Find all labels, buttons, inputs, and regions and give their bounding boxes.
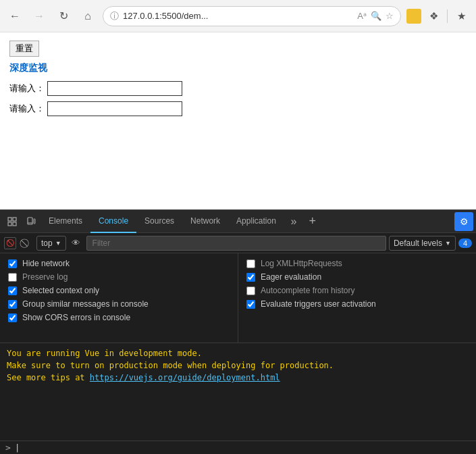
- chevron-down-icon: ▼: [55, 240, 61, 247]
- svg-rect-1: [13, 218, 16, 221]
- add-tab-button[interactable]: +: [303, 212, 322, 231]
- selected-context-label: Selected context only: [22, 286, 99, 295]
- group-similar-checkbox[interactable]: [8, 300, 17, 309]
- log-xmlhttp-checkbox[interactable]: [246, 259, 255, 268]
- favorites-button[interactable]: ★: [452, 7, 471, 26]
- forward-button[interactable]: →: [30, 7, 49, 26]
- hide-network-label: Hide network: [22, 259, 70, 268]
- font-size-icon: Aᵃ: [357, 11, 367, 21]
- console-cursor[interactable]: |: [15, 443, 20, 453]
- checkbox-group-similar: Group similar messages in console: [8, 299, 230, 309]
- tab-application[interactable]: Application: [228, 210, 284, 233]
- cors-errors-label: Show CORS errors in console: [22, 313, 130, 322]
- form-row-2: 请输入：: [9, 101, 467, 116]
- info-icon: ⓘ: [110, 10, 119, 22]
- context-selector[interactable]: top ▼: [36, 236, 66, 251]
- checkbox-cors-errors: Show CORS errors in console: [8, 313, 230, 322]
- extensions-button[interactable]: ❖: [424, 7, 443, 26]
- clear-console-button[interactable]: 🚫: [4, 237, 16, 249]
- tab-network[interactable]: Network: [182, 210, 228, 233]
- checkbox-autocomplete: Autocomplete from history: [246, 286, 468, 295]
- console-link[interactable]: https://vuejs.org/guide/deployment.html: [90, 373, 280, 382]
- form-label-2: 请输入：: [9, 103, 45, 115]
- checkbox-log-xmlhttp: Log XMLHttpRequests: [246, 259, 468, 268]
- autocomplete-label: Autocomplete from history: [261, 286, 354, 295]
- console-badge: 4: [458, 238, 472, 248]
- svg-rect-0: [8, 218, 11, 221]
- toggle-sidebar-button[interactable]: 👁: [69, 236, 84, 251]
- levels-dropdown[interactable]: Default levels ▼: [389, 236, 456, 251]
- console-toolbar: 🚫 ⃠ top ▼ 👁 Default levels ▼ 4: [0, 233, 476, 253]
- console-prompt: >: [5, 443, 11, 453]
- address-bar[interactable]: ⓘ 127.0.0.1:5500/dem... Aᵃ 🔍 ☆: [103, 6, 401, 26]
- block-requests-button[interactable]: ⃠: [19, 236, 34, 251]
- checkbox-selected-context: Selected context only: [8, 286, 230, 295]
- page-title: 深度监视: [9, 62, 467, 74]
- eval-triggers-checkbox[interactable]: [246, 300, 255, 309]
- console-input-row: > |: [0, 440, 476, 454]
- form-row-1: 请输入：: [9, 81, 467, 96]
- form-input-2[interactable]: [47, 101, 182, 116]
- levels-label: Default levels: [394, 238, 442, 248]
- browser-chrome: ← → ↻ ⌂ ⓘ 127.0.0.1:5500/dem... Aᵃ 🔍 ☆ ❖…: [0, 0, 476, 32]
- back-button[interactable]: ←: [5, 7, 24, 26]
- inspect-element-button[interactable]: [3, 212, 22, 231]
- form-input-1[interactable]: [47, 81, 182, 96]
- tab-elements[interactable]: Elements: [41, 210, 90, 233]
- svg-rect-2: [8, 222, 11, 226]
- selected-context-checkbox[interactable]: [8, 286, 17, 295]
- devtools-panel: Elements Console Sources Network Applica…: [0, 209, 476, 454]
- checkbox-hide-network: Hide network: [8, 259, 230, 268]
- log-xmlhttp-label: Log XMLHttpRequests: [261, 259, 342, 268]
- checkbox-eval-triggers: Evaluate triggers user activation: [246, 299, 468, 309]
- context-value: top: [41, 238, 53, 248]
- more-tabs-button[interactable]: »: [284, 212, 303, 231]
- settings-panel: Hide network Preserve log Selected conte…: [0, 253, 476, 343]
- autocomplete-checkbox[interactable]: [246, 286, 255, 295]
- preserve-log-checkbox[interactable]: [8, 273, 17, 282]
- hide-network-checkbox[interactable]: [8, 259, 17, 268]
- cors-errors-checkbox[interactable]: [8, 313, 17, 322]
- svg-rect-3: [13, 222, 16, 226]
- reset-button[interactable]: 重置: [9, 41, 39, 57]
- home-button[interactable]: ⌂: [78, 7, 97, 26]
- levels-chevron-icon: ▼: [445, 240, 451, 247]
- devtools-settings-button[interactable]: ⚙: [454, 212, 473, 231]
- group-similar-label: Group similar messages in console: [22, 299, 149, 309]
- eager-eval-label: Eager evaluation: [261, 272, 321, 282]
- console-message-1: You are running Vue in development mode.…: [7, 347, 469, 384]
- form-label-1: 请输入：: [9, 82, 45, 95]
- filter-input[interactable]: [86, 236, 386, 251]
- refresh-button[interactable]: ↻: [54, 7, 73, 26]
- eager-eval-checkbox[interactable]: [246, 273, 255, 282]
- settings-left: Hide network Preserve log Selected conte…: [0, 253, 238, 343]
- address-text: 127.0.0.1:5500/dem...: [123, 11, 353, 21]
- page-content: 重置 深度监视 请输入： 请输入：: [0, 32, 476, 209]
- device-toolbar-button[interactable]: [22, 212, 41, 231]
- svg-rect-5: [34, 219, 35, 224]
- search-icon: 🔍: [371, 11, 381, 21]
- profile-badge: [406, 9, 421, 24]
- star-icon: ☆: [386, 11, 394, 21]
- checkbox-preserve-log: Preserve log: [8, 272, 230, 282]
- checkbox-eager-eval: Eager evaluation: [246, 272, 468, 282]
- settings-right: Log XMLHttpRequests Eager evaluation Aut…: [238, 253, 476, 343]
- preserve-log-label: Preserve log: [22, 272, 68, 282]
- chrome-actions: ❖ ★: [406, 7, 471, 26]
- eval-triggers-label: Evaluate triggers user activation: [261, 299, 376, 309]
- console-output: You are running Vue in development mode.…: [0, 343, 476, 440]
- devtools-tabs: Elements Console Sources Network Applica…: [0, 210, 476, 233]
- tab-console[interactable]: Console: [90, 210, 136, 233]
- tab-sources[interactable]: Sources: [136, 210, 182, 233]
